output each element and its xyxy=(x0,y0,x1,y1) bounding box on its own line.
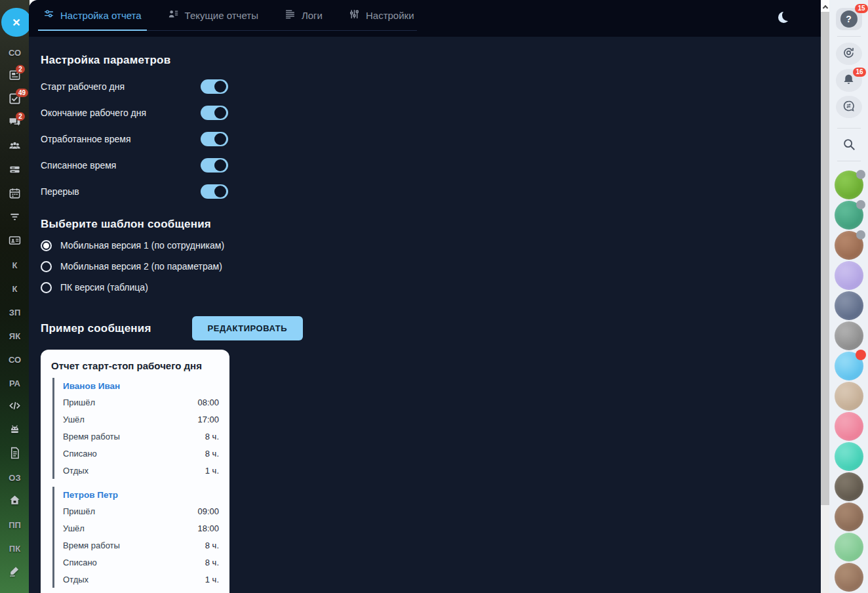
scrollbar-thumb[interactable] xyxy=(821,12,829,505)
presence-dot xyxy=(856,200,865,209)
close-icon: ✕ xyxy=(12,16,20,29)
sidebar-item-zp[interactable]: ЗП xyxy=(0,300,30,324)
sidebar-item-k2[interactable]: К xyxy=(0,277,30,300)
search-button[interactable] xyxy=(836,136,862,155)
person-list-icon xyxy=(168,9,179,22)
sidebar-item-contacts[interactable] xyxy=(0,230,30,253)
radio-icon xyxy=(41,240,52,251)
toggle-break[interactable] xyxy=(201,184,228,199)
presence-dot xyxy=(856,170,865,179)
toggle-start-of-day[interactable] xyxy=(201,79,228,94)
report-row: Ушёл18:00 xyxy=(63,520,219,537)
toggle-logged-time[interactable] xyxy=(201,158,228,173)
toggle-end-of-day[interactable] xyxy=(201,106,228,120)
presence-dot xyxy=(856,230,865,239)
server-icon xyxy=(9,163,21,178)
edit-button[interactable]: РЕДАКТИРОВАТЬ xyxy=(192,316,303,340)
radio-pc-table[interactable]: ПК версия (таблица) xyxy=(41,277,821,298)
sidebar-item-drive[interactable] xyxy=(0,159,30,182)
sidebar-item-yak[interactable]: ЯК xyxy=(0,324,30,348)
contact-avatar[interactable] xyxy=(835,321,863,352)
tab-logs[interactable]: Логи xyxy=(285,0,323,30)
params-title: Настройка параметров xyxy=(41,54,821,67)
contact-avatar[interactable] xyxy=(835,412,863,442)
panel-header: Настройка отчета Текущие отчеты Логи Нас… xyxy=(29,0,821,37)
sync-button[interactable] xyxy=(836,43,862,65)
calendar-icon xyxy=(9,187,21,202)
sidebar-item-home[interactable] xyxy=(0,489,30,513)
radio-icon xyxy=(41,282,52,293)
report-row: Время работы8 ч. xyxy=(63,537,219,554)
panel-content: Настройка параметров Старт рабочего дня … xyxy=(29,37,821,593)
sidebar-item-code[interactable] xyxy=(0,395,30,419)
sidebar-item-co[interactable]: СО xyxy=(0,41,30,64)
chat-arrows-icon xyxy=(842,99,856,115)
sidebar-item-tasks[interactable]: 49 xyxy=(0,88,30,112)
divider xyxy=(837,36,861,37)
contact-avatar[interactable] xyxy=(835,291,863,321)
tab-settings[interactable]: Настройки xyxy=(349,0,414,30)
contact-avatar[interactable] xyxy=(835,533,863,563)
avatar xyxy=(835,442,863,471)
report-row: Списано8 ч. xyxy=(63,554,219,571)
chat-badge: 2 xyxy=(16,112,25,121)
sidebar-item-android[interactable] xyxy=(0,419,30,442)
sidebar-item-news[interactable]: 2 xyxy=(0,64,30,88)
search-icon xyxy=(842,137,856,153)
contact-avatar[interactable] xyxy=(835,201,863,231)
refresh-icon xyxy=(842,46,856,62)
avatar xyxy=(835,412,863,441)
scroll-up-button[interactable] xyxy=(821,0,829,12)
contact-avatar[interactable] xyxy=(835,352,863,382)
message-preview-card: Отчет старт-стоп рабочего дня Иванов Ива… xyxy=(41,350,229,593)
sidebar-item-ra[interactable]: РА xyxy=(0,371,30,395)
sidebar-item-document[interactable] xyxy=(0,442,30,466)
radio-icon xyxy=(41,261,52,272)
report-row: Списано8 ч. xyxy=(63,445,219,462)
notifications-badge: 16 xyxy=(853,68,865,77)
contact-avatar[interactable] xyxy=(835,563,863,593)
scrollbar xyxy=(821,0,829,593)
report-row: Ушёл17:00 xyxy=(63,411,219,428)
sidebar-item-pk[interactable]: ПК xyxy=(0,537,30,560)
sidebar-item-co2[interactable]: СО xyxy=(0,348,30,371)
example-title: Пример сообщения xyxy=(41,322,151,335)
employee-name: Иванов Иван xyxy=(63,378,219,394)
employee-block: Петров Петр Пришёл09:00 Ушёл18:00 Время … xyxy=(52,487,219,588)
sidebar-item-oz[interactable]: ОЗ xyxy=(0,466,30,489)
toggle-row-start: Старт рабочего дня xyxy=(41,73,821,100)
sidebar-item-calendar[interactable] xyxy=(0,182,30,206)
tab-report-setup[interactable]: Настройка отчета xyxy=(43,0,142,30)
avatar xyxy=(835,472,863,501)
toggle-row-end: Окончание рабочего дня xyxy=(41,100,821,126)
close-button[interactable]: ✕ xyxy=(1,8,31,37)
messenger-button[interactable] xyxy=(836,96,862,118)
contact-avatar[interactable] xyxy=(835,231,863,261)
report-row: Отдых1 ч. xyxy=(63,462,219,479)
toggle-worked-time[interactable] xyxy=(201,132,228,146)
sidebar-item-feed[interactable] xyxy=(0,206,30,230)
contact-avatar[interactable] xyxy=(835,261,863,291)
divider xyxy=(837,128,861,129)
template-section: Выберите шаблон сообщения Мобильная верс… xyxy=(41,218,821,298)
right-rail: ? 15 16 xyxy=(829,0,868,593)
notifications-button[interactable]: 16 xyxy=(836,69,862,91)
contact-avatar[interactable] xyxy=(835,442,863,472)
sidebar-item-pp[interactable]: ПП xyxy=(0,513,30,537)
sidebar-item-chat[interactable]: 2 xyxy=(0,112,30,135)
sidebar-item-people[interactable] xyxy=(0,135,30,159)
dark-mode-toggle[interactable] xyxy=(778,12,789,23)
contact-avatar[interactable] xyxy=(835,502,863,533)
log-lines-icon xyxy=(285,9,296,22)
help-button[interactable]: ? 15 xyxy=(836,8,862,30)
tab-current-reports[interactable]: Текущие отчеты xyxy=(168,0,258,30)
contact-avatar[interactable] xyxy=(835,382,863,412)
radio-mobile-1[interactable]: Мобильная версия 1 (по сотрудникам) xyxy=(41,235,821,256)
sidebar-item-signature[interactable] xyxy=(0,560,30,584)
report-row: Отдых1 ч. xyxy=(63,571,219,588)
sidebar-item-k1[interactable]: К xyxy=(0,253,30,277)
contact-avatar[interactable] xyxy=(835,171,863,201)
radio-mobile-2[interactable]: Мобильная версия 2 (по параметрам) xyxy=(41,256,821,277)
sidebar-shortcuts: СО 2 49 2 К К ЗП ЯК СО xyxy=(0,41,30,584)
contact-avatar[interactable] xyxy=(835,472,863,502)
